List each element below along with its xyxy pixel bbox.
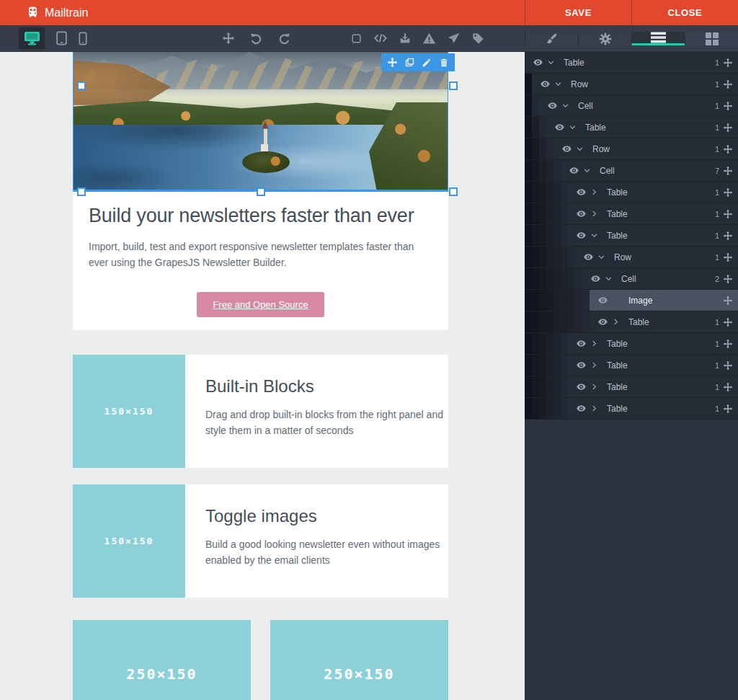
image-placeholder-150[interactable]: 150×150 xyxy=(73,355,185,468)
visibility-eye-icon[interactable] xyxy=(575,187,587,198)
feature-title[interactable]: Built-in Blocks xyxy=(205,376,448,396)
hero-text-block[interactable]: Build your newsletters faster than ever … xyxy=(73,192,448,330)
send-test-icon[interactable] xyxy=(447,32,461,45)
hero-heading[interactable]: Build your newsletters faster than ever xyxy=(89,205,432,227)
layer-drag-handle-icon[interactable] xyxy=(719,382,738,392)
resize-handle-bottom-left[interactable] xyxy=(77,187,86,196)
chevron-down-icon[interactable] xyxy=(587,230,601,242)
layer-row-table[interactable]: Table1 xyxy=(525,225,738,247)
chevron-right-icon[interactable] xyxy=(587,403,601,415)
layer-drag-handle-icon[interactable] xyxy=(719,166,738,176)
visibility-eye-icon[interactable] xyxy=(575,381,587,393)
visibility-eye-icon[interactable] xyxy=(554,122,565,133)
layer-row-table[interactable]: Table1 xyxy=(525,333,738,355)
visibility-eye-icon[interactable] xyxy=(532,57,543,68)
resize-handle-right[interactable] xyxy=(449,81,458,90)
layer-row-row[interactable]: Row1 xyxy=(525,74,738,95)
chevron-right-icon[interactable] xyxy=(608,316,623,328)
feature-section[interactable]: 150×150 Toggle images Build a good looki… xyxy=(73,484,448,598)
chevron-down-icon[interactable] xyxy=(579,165,594,177)
tags-icon[interactable] xyxy=(471,32,485,45)
visibility-eye-icon[interactable] xyxy=(539,79,551,90)
chevron-right-icon[interactable] xyxy=(587,360,601,371)
feature-text[interactable]: Build a good looking newsletter even wit… xyxy=(205,536,448,568)
device-desktop-icon[interactable] xyxy=(19,27,45,49)
resize-handle-bottom-right[interactable] xyxy=(449,187,458,196)
chevron-right-icon[interactable] xyxy=(587,338,601,350)
layer-row-table[interactable]: Table1 xyxy=(525,52,738,74)
device-tablet-icon[interactable] xyxy=(55,31,68,45)
image-placeholder-150[interactable]: 150×150 xyxy=(73,484,185,598)
chevron-right-icon[interactable] xyxy=(587,381,601,393)
edit-pencil-icon[interactable] xyxy=(420,56,433,69)
layer-row-cell[interactable]: Cell1 xyxy=(525,95,738,117)
layer-row-table[interactable]: Table1 xyxy=(525,203,738,225)
layer-drag-handle-icon[interactable] xyxy=(719,58,738,68)
layer-drag-handle-icon[interactable] xyxy=(719,317,738,327)
save-button[interactable]: SAVE xyxy=(525,0,631,25)
layer-drag-handle-icon[interactable] xyxy=(719,187,738,198)
chevron-down-icon[interactable] xyxy=(543,57,558,68)
tab-settings[interactable] xyxy=(578,32,631,45)
device-mobile-icon[interactable] xyxy=(79,32,87,45)
copy-icon[interactable] xyxy=(403,56,416,69)
layer-row-table[interactable]: Table1 xyxy=(525,311,738,333)
layer-row-cell[interactable]: Cell2 xyxy=(525,268,738,290)
layer-drag-handle-icon[interactable] xyxy=(719,339,738,349)
layer-row-row[interactable]: Row1 xyxy=(525,247,738,268)
tab-style-manager[interactable] xyxy=(525,32,578,45)
visibility-eye-icon[interactable] xyxy=(575,403,587,415)
visibility-eye-icon[interactable] xyxy=(561,143,572,155)
visibility-eye-icon[interactable] xyxy=(597,316,608,328)
layer-drag-handle-icon[interactable] xyxy=(719,296,738,306)
chevron-down-icon[interactable] xyxy=(558,100,572,112)
toggle-borders-icon[interactable] xyxy=(350,32,363,45)
feature-section[interactable]: 150×150 Built-in Blocks Drag and drop bu… xyxy=(73,355,448,468)
feature-title[interactable]: Toggle images xyxy=(205,506,448,526)
layer-drag-handle-icon[interactable] xyxy=(719,144,738,154)
layer-drag-handle-icon[interactable] xyxy=(719,252,738,262)
visibility-eye-icon[interactable] xyxy=(568,165,579,177)
layer-row-cell[interactable]: Cell7 xyxy=(525,160,738,182)
layer-drag-handle-icon[interactable] xyxy=(719,231,738,241)
visibility-eye-icon[interactable] xyxy=(575,338,587,350)
layer-row-table[interactable]: Table1 xyxy=(525,117,738,138)
delete-trash-icon[interactable] xyxy=(437,56,450,69)
layer-row-table[interactable]: Table1 xyxy=(525,398,738,420)
layer-row-image[interactable]: Image xyxy=(525,290,738,311)
chevron-down-icon[interactable] xyxy=(572,143,587,155)
layer-drag-handle-icon[interactable] xyxy=(719,360,738,371)
layer-drag-handle-icon[interactable] xyxy=(719,274,738,284)
visibility-eye-icon[interactable] xyxy=(575,230,587,242)
visibility-eye-icon[interactable] xyxy=(597,295,608,306)
undo-icon[interactable] xyxy=(249,32,263,45)
chevron-down-icon[interactable] xyxy=(551,79,565,90)
cta-button[interactable]: Free and Open Source xyxy=(197,292,324,317)
image-placeholder-250[interactable]: 250×150 xyxy=(270,620,448,700)
hero-paragraph[interactable]: Import, build, test and export responsiv… xyxy=(89,239,432,270)
visibility-eye-icon[interactable] xyxy=(582,252,594,263)
image-placeholder-250[interactable]: 250×150 xyxy=(73,620,251,700)
selected-hero-image[interactable] xyxy=(73,52,448,192)
close-button[interactable]: CLOSE xyxy=(631,0,738,25)
chevron-down-icon[interactable] xyxy=(601,273,615,285)
redo-icon[interactable] xyxy=(277,32,291,45)
feature-text[interactable]: Drag and drop built-in blocks from the r… xyxy=(205,407,448,438)
drag-move-icon[interactable] xyxy=(386,56,399,69)
view-code-icon[interactable] xyxy=(373,31,388,45)
visibility-eye-icon[interactable] xyxy=(546,100,558,112)
resize-handle-bottom-center[interactable] xyxy=(257,187,265,196)
layer-drag-handle-icon[interactable] xyxy=(719,209,738,219)
tab-layers[interactable] xyxy=(631,32,685,45)
layer-row-row[interactable]: Row1 xyxy=(525,138,738,160)
chevron-down-icon[interactable] xyxy=(565,122,579,133)
warning-icon[interactable] xyxy=(422,32,436,45)
layer-row-table[interactable]: Table1 xyxy=(525,355,738,376)
chevron-down-icon[interactable] xyxy=(594,252,608,263)
move-component-icon[interactable] xyxy=(222,32,235,45)
visibility-eye-icon[interactable] xyxy=(590,273,601,285)
import-template-icon[interactable] xyxy=(399,32,412,45)
visibility-eye-icon[interactable] xyxy=(575,360,587,371)
visibility-eye-icon[interactable] xyxy=(575,208,587,220)
resize-handle-left[interactable] xyxy=(77,81,86,90)
